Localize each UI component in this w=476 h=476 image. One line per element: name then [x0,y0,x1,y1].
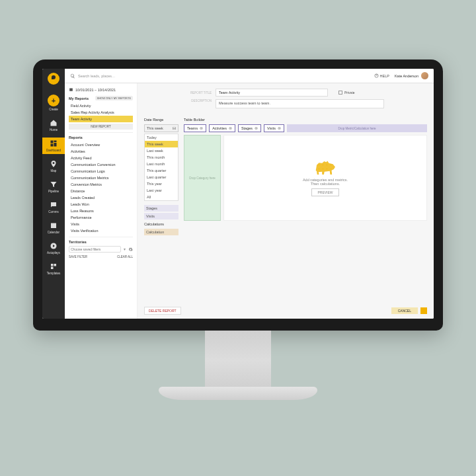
report-item[interactable]: Communication Logs [69,168,133,175]
chat-icon [50,201,58,209]
description-input[interactable]: Measure success team to team. [216,99,384,108]
date-option[interactable]: All [145,194,178,200]
rail-create[interactable]: + Create [42,93,65,113]
search-input[interactable]: Search leads, places… [70,73,374,79]
drop-metric-zone[interactable]: Drop Metric/Calculation here [287,124,427,132]
avatar [421,72,428,79]
nav-rail: + Create Home Dashboard Map Pipeline Com… [42,69,65,319]
close-icon[interactable]: ⊗ [255,126,258,130]
report-item[interactable]: Loss Reasons [69,208,133,214]
pill-visits[interactable]: Visits⊗ [264,124,284,132]
sidebar: 10/01/2021 – 10/14/2021 My ReportsSHOW O… [65,83,138,319]
report-item[interactable]: Leads Created [69,194,133,201]
funnel-icon [50,180,58,188]
rail-map[interactable]: Map [42,158,65,175]
autoplay-icon [50,242,58,250]
report-item[interactable]: Sales Rep Activity Analysis [69,109,133,116]
rail-dashboard[interactable]: Dashboard [42,138,65,154]
gear-icon[interactable] [128,247,133,252]
date-option[interactable]: Last month [145,161,178,167]
pill-activities[interactable]: Activities⊗ [209,124,235,132]
report-item-active[interactable]: Team Activity [69,116,133,122]
table-builder-hdr: Table Builder [184,118,427,122]
daterange-dropdown: Today This week Last week This month Las… [144,134,178,201]
my-reports-hdr: My Reports [69,97,89,100]
close-icon[interactable]: ⊗ [229,126,232,130]
builder-canvas: Add categories and metrics. Then calcula… [223,135,427,221]
territories-hdr: Territories [69,240,87,244]
clear-all-button[interactable]: CLEAR ALL [117,255,133,258]
my-reports-list: Field Activity Sales Rep Activity Analys… [69,102,133,122]
report-item[interactable]: Activity Feed [69,155,133,161]
pill-teams[interactable]: Teams⊗ [184,124,206,132]
rail-calendar[interactable]: Calendar [42,219,65,236]
save-filter-button[interactable]: SAVE FILTER [69,255,87,258]
cancel-button[interactable]: CANCEL [391,307,418,314]
daterange-select[interactable]: This week⊟ [144,124,178,132]
filter-row: ▾ [69,246,133,253]
report-item[interactable]: Communication Conversion [69,161,133,168]
report-title-label: REPORT TITLE [184,91,212,95]
pill-stages[interactable]: Stages⊗ [238,124,261,132]
rail-autoplays[interactable]: Autoplays [42,240,65,257]
date-option[interactable]: Today [145,134,178,141]
new-report-button[interactable]: NEW REPORT [69,124,133,130]
date-option[interactable]: This quarter [145,167,178,174]
chip-stages[interactable]: Stages [144,205,178,212]
report-item[interactable]: Distance [69,188,133,194]
date-option[interactable]: Last quarter [145,174,178,180]
user-menu[interactable]: Kate Anderson [395,72,428,79]
drop-category-zone[interactable]: Drop Category here [184,135,221,221]
calc-hdr: Calculations [144,221,178,227]
report-item[interactable]: Visits Verification [69,227,133,234]
rail-templates[interactable]: Templates [42,260,65,277]
rail-comms[interactable]: Comms [42,199,65,216]
close-icon[interactable]: ⊗ [200,126,203,130]
rail-home[interactable]: Home [42,117,65,134]
report-item[interactable]: Visits [69,221,133,227]
app-logo [48,73,60,85]
filter-select[interactable] [69,246,121,253]
chevron-down-icon: ▾ [124,247,126,251]
chip-visits[interactable]: Visits [144,213,178,219]
dashboard-icon [50,139,58,147]
report-item[interactable]: Activities [69,148,133,155]
date-option[interactable]: Last year [145,187,178,194]
close-icon[interactable]: ⊗ [278,126,281,130]
pin-icon [50,160,58,168]
private-checkbox[interactable]: Private [338,91,355,95]
daterange[interactable]: 10/01/2021 – 10/14/2021 [69,87,133,92]
report-item[interactable]: Field Activity [69,102,133,109]
calendar-icon [50,221,58,229]
date-option-selected[interactable]: This week [145,141,178,147]
plus-icon: + [48,95,60,106]
reports-list: Account Overview Activities Activity Fee… [69,141,133,234]
description-label: DESCRIPTION [184,99,212,102]
rail-create-label: Create [49,108,58,111]
topbar: Search leads, places… HELP Kate Anderson [65,69,434,83]
save-button[interactable] [420,307,427,314]
delete-report-button[interactable]: DELETE REPORT [144,307,181,315]
cheetah-icon [314,159,337,175]
report-title-input[interactable]: Team Activity [216,89,328,97]
calendar-icon [69,87,73,92]
dropdown-icon: ⊟ [173,126,176,130]
report-item[interactable]: Conversion Metrics [69,181,133,188]
date-option[interactable]: This month [145,154,178,161]
report-item[interactable]: Performance [69,214,133,221]
help-link[interactable]: HELP [374,73,389,78]
templates-icon [50,262,58,270]
reports-hdr: Reports [69,136,83,139]
date-option[interactable]: This year [145,180,178,187]
date-option[interactable]: Last week [145,147,178,154]
report-item[interactable]: Account Overview [69,141,133,148]
chip-calculation[interactable]: Calculation [144,229,178,235]
search-icon [70,73,75,79]
rail-pipeline[interactable]: Pipeline [42,178,65,195]
report-item[interactable]: Leads Won [69,201,133,208]
show-only-toggle[interactable]: SHOW ONLY MY REPORTS [95,96,134,100]
preview-button[interactable]: PREVIEW [311,188,338,196]
report-item[interactable]: Communication Metrics [69,175,133,181]
checkbox-icon [338,91,342,95]
daterange-hdr: Date Range [144,118,178,122]
